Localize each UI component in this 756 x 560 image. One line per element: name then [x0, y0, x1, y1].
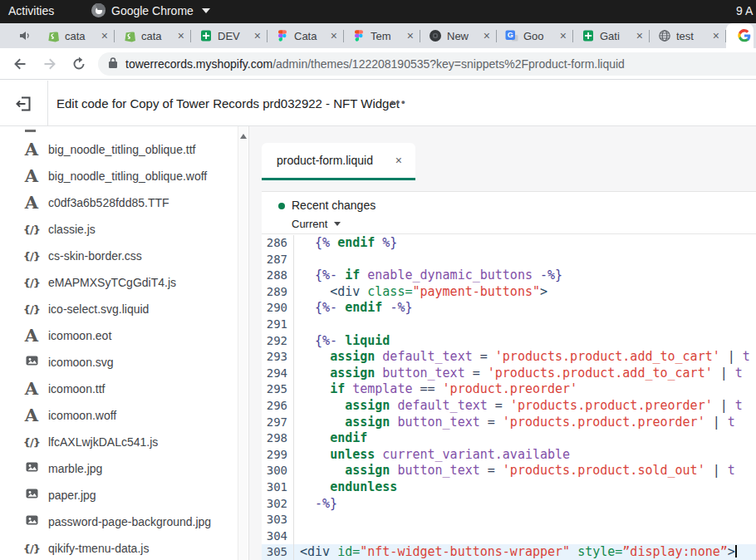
- sheets-icon: [199, 29, 213, 42]
- code-line[interactable]: 301 endunless: [262, 479, 756, 496]
- file-list-item[interactable]: Abig_noodle_titling_oblique.woff: [0, 163, 239, 189]
- version-dropdown[interactable]: Current: [292, 218, 341, 230]
- font-file-icon: A: [22, 194, 41, 212]
- code-line[interactable]: 294 assign button_text = 'products.produ…: [262, 366, 756, 382]
- browser-tab[interactable]: cata×: [38, 23, 114, 48]
- exit-editor-button[interactable]: [15, 95, 33, 113]
- browser-tab-active-partial[interactable]: [726, 23, 754, 48]
- more-options-button[interactable]: •••: [390, 96, 407, 108]
- file-list-item[interactable]: {/}eMAPMXSyTCgGdiT4.js: [0, 269, 239, 296]
- browser-tab-title: Gati: [600, 30, 631, 42]
- file-list-item[interactable]: paper.jpg: [0, 482, 239, 508]
- code-line[interactable]: 305<div id="nft-widget-buttons-wrapper" …: [262, 544, 756, 560]
- line-number: 293: [262, 349, 293, 366]
- forward-button[interactable]: [42, 56, 58, 72]
- app-menu[interactable]: Google Chrome: [91, 3, 210, 17]
- code-line[interactable]: 293 assign default_text = 'products.prod…: [262, 349, 756, 366]
- code-line[interactable]: 300 assign button_text = 'products.produ…: [262, 463, 756, 479]
- file-list-item[interactable]: {/}ico-select.svg.liquid: [0, 296, 239, 322]
- code-line[interactable]: 302 -%}: [262, 496, 756, 513]
- tab-close-button[interactable]: ×: [636, 30, 643, 42]
- browser-tab[interactable]: GGoo×: [497, 23, 572, 48]
- file-name: paper.jpg: [48, 489, 96, 502]
- tab-close-button[interactable]: ×: [101, 30, 108, 42]
- browser-toolbar: towerrecords.myshopify.com/admin/themes/…: [0, 48, 756, 80]
- app-menu-label: Google Chrome: [111, 4, 194, 17]
- line-number: 301: [262, 479, 293, 496]
- back-button[interactable]: [12, 56, 28, 72]
- file-name: icomoon.woff: [48, 409, 116, 422]
- chevron-down-icon: [334, 222, 341, 226]
- code-line[interactable]: 296 assign default_text = 'products.prod…: [262, 398, 756, 415]
- os-top-bar: Activities Google Chrome 9 A: [0, 0, 756, 23]
- reload-button[interactable]: [71, 56, 87, 72]
- clock[interactable]: 9 A: [736, 4, 756, 17]
- file-list-item[interactable]: {/}cs-skin-border.css: [0, 243, 239, 269]
- code-line-text: [293, 252, 756, 268]
- figma-icon: [276, 29, 289, 42]
- sidebar-scrollbar[interactable]: [238, 126, 248, 560]
- code-line[interactable]: 298 endif: [262, 430, 756, 447]
- tab-close-button[interactable]: ×: [331, 30, 337, 42]
- code-line[interactable]: 287: [262, 252, 756, 268]
- scroll-up-arrow-icon[interactable]: [240, 134, 247, 139]
- browser-tab[interactable]: cata×: [115, 23, 190, 48]
- tab-close-button[interactable]: ×: [254, 30, 261, 42]
- file-list-item[interactable]: {/}qikify-tmenu-data.js: [0, 535, 239, 560]
- code-line[interactable]: 289 <div class="payment-buttons">: [262, 284, 756, 301]
- address-bar[interactable]: towerrecords.myshopify.com/admin/themes/…: [98, 52, 756, 76]
- cutoff-file-icon: [25, 130, 36, 132]
- browser-tab[interactable]: test×: [650, 23, 725, 48]
- code-line[interactable]: 299 unless current_variant.available: [262, 447, 756, 464]
- file-list-item[interactable]: icomoon.svg: [0, 349, 239, 376]
- code-file-icon: {/}: [22, 436, 41, 449]
- file-list-item[interactable]: marble.jpg: [0, 455, 239, 482]
- tab-close-button[interactable]: ×: [407, 30, 414, 42]
- version-label: Current: [292, 218, 327, 230]
- speaker-icon[interactable]: [18, 29, 32, 42]
- file-list-item[interactable]: password-page-background.jpg: [0, 508, 239, 535]
- file-sidebar: Abig_noodle_titling_oblique.ttfAbig_nood…: [0, 126, 249, 560]
- screen: Activities Google Chrome 9 A cata×cata×D…: [0, 0, 756, 560]
- editor-file-tab[interactable]: product-form.liquid ×: [262, 143, 415, 178]
- file-list-item[interactable]: Abig_noodle_titling_oblique.ttf: [0, 136, 239, 163]
- code-line[interactable]: 297 assign button_text = 'products.produ…: [262, 415, 756, 431]
- browser-tab[interactable]: Tem×: [344, 23, 420, 48]
- file-list-item[interactable]: {/}lfcAXLwjkDALc541.js: [0, 429, 239, 455]
- code-line[interactable]: 303: [262, 512, 756, 528]
- file-name: big_noodle_titling_oblique.ttf: [48, 143, 195, 156]
- tab-close-button[interactable]: ×: [560, 30, 567, 42]
- tab-close-button[interactable]: ×: [713, 30, 719, 42]
- file-list-item[interactable]: Aicomoon.woff: [0, 402, 239, 429]
- chrome-logo-icon: [91, 3, 106, 17]
- code-line[interactable]: 291: [262, 317, 756, 333]
- dark-app-icon: [429, 29, 442, 42]
- code-line[interactable]: 295 if template == 'product.preorder': [262, 381, 756, 398]
- activities-button[interactable]: Activities: [8, 4, 54, 17]
- browser-tab[interactable]: Cata×: [268, 23, 343, 48]
- code-line[interactable]: 286 {% endif %}: [262, 235, 756, 252]
- browser-tab-strip: cata×cata×DEV×Cata×Tem×New×GGoo×Gati×tes…: [0, 23, 756, 48]
- file-list-item[interactable]: Aicomoon.eot: [0, 322, 239, 349]
- browser-tab-title: Cata: [294, 30, 326, 42]
- chevron-down-icon: [202, 8, 210, 13]
- file-name: password-page-background.jpg: [48, 515, 211, 528]
- editor-tab-close-button[interactable]: ×: [395, 154, 402, 167]
- code-line[interactable]: 292 {%- liquid: [262, 333, 756, 350]
- browser-tab[interactable]: Gati×: [573, 23, 649, 48]
- browser-tab[interactable]: New×: [420, 23, 496, 48]
- tab-close-button[interactable]: ×: [484, 30, 490, 42]
- file-list-item[interactable]: Aicomoon.ttf: [0, 376, 239, 402]
- browser-tab[interactable]: DEV×: [191, 23, 267, 48]
- code-line-text: unless current_variant.available: [293, 447, 756, 464]
- code-line[interactable]: 304: [262, 528, 756, 545]
- file-name: ico-select.svg.liquid: [48, 302, 149, 316]
- line-number: 297: [262, 415, 293, 431]
- code-area[interactable]: 286 {% endif %}287288 {%- if enable_dyna…: [262, 235, 756, 560]
- code-line[interactable]: 290 {%- endif -%}: [262, 300, 756, 317]
- tab-close-button[interactable]: ×: [178, 30, 184, 42]
- file-name: qikify-tmenu-data.js: [48, 542, 149, 555]
- file-list-item[interactable]: Ac0df3a6b528fdd85.TTF: [0, 189, 239, 216]
- file-list-item[interactable]: {/}classie.js: [0, 216, 239, 243]
- code-line[interactable]: 288 {%- if enable_dynamic_buttons -%}: [262, 268, 756, 284]
